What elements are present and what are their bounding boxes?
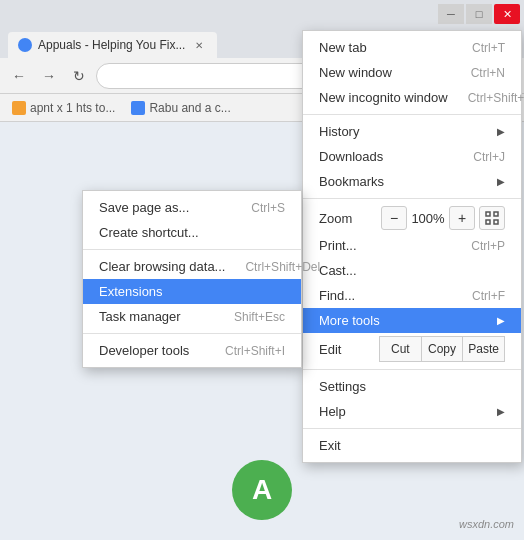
svg-rect-3 bbox=[494, 220, 498, 224]
svg-rect-1 bbox=[494, 212, 498, 216]
menu-item-clear-browsing-shortcut: Ctrl+Shift+Del bbox=[245, 260, 320, 274]
menu-item-new-incognito-label: New incognito window bbox=[319, 90, 448, 105]
bookmark-favicon-2 bbox=[131, 101, 145, 115]
menu-item-find-label: Find... bbox=[319, 288, 355, 303]
menu-item-more-tools-label: More tools bbox=[319, 313, 380, 328]
main-menu-sep-3 bbox=[303, 369, 521, 370]
menu-item-downloads-label: Downloads bbox=[319, 149, 383, 164]
minimize-button[interactable]: ─ bbox=[438, 4, 464, 24]
edit-label: Edit bbox=[319, 342, 379, 357]
svg-rect-2 bbox=[486, 220, 490, 224]
edit-row: Edit Cut Copy Paste bbox=[303, 333, 521, 365]
menu-item-new-tab[interactable]: New tab Ctrl+T bbox=[303, 35, 521, 60]
menu-item-help[interactable]: Help ▶ bbox=[303, 399, 521, 424]
fullscreen-icon bbox=[485, 211, 499, 225]
menu-item-history[interactable]: History ▶ bbox=[303, 119, 521, 144]
menu-item-clear-browsing-label: Clear browsing data... bbox=[99, 259, 225, 274]
menu-item-new-window-label: New window bbox=[319, 65, 392, 80]
menu-item-extensions[interactable]: Extensions bbox=[83, 279, 301, 304]
main-context-menu: New tab Ctrl+T New window Ctrl+N New inc… bbox=[302, 30, 522, 463]
sub-menu-separator-1 bbox=[83, 249, 301, 250]
more-tools-arrow-icon: ▶ bbox=[497, 315, 505, 326]
menu-item-cast-label: Cast... bbox=[319, 263, 357, 278]
forward-button[interactable]: → bbox=[36, 63, 62, 89]
menu-item-task-manager-label: Task manager bbox=[99, 309, 181, 324]
menu-item-new-window-shortcut: Ctrl+N bbox=[471, 66, 505, 80]
reload-button[interactable]: ↻ bbox=[66, 63, 92, 89]
menu-item-task-manager[interactable]: Task manager Shift+Esc bbox=[83, 304, 301, 329]
menu-item-print[interactable]: Print... Ctrl+P bbox=[303, 233, 521, 258]
title-bar: ─ □ ✕ bbox=[0, 0, 524, 28]
menu-item-new-window[interactable]: New window Ctrl+N bbox=[303, 60, 521, 85]
menu-item-new-tab-shortcut: Ctrl+T bbox=[472, 41, 505, 55]
watermark: wsxdn.com bbox=[459, 518, 514, 530]
bookmark-label-2: Rabu and a c... bbox=[149, 101, 230, 115]
maximize-button[interactable]: □ bbox=[466, 4, 492, 24]
menu-item-save-page-label: Save page as... bbox=[99, 200, 189, 215]
bookmark-item-2[interactable]: Rabu and a c... bbox=[127, 99, 234, 117]
menu-item-history-label: History bbox=[319, 124, 359, 139]
browser-window: ─ □ ✕ Appuals - Helping You Fix... ✕ ← →… bbox=[0, 0, 524, 540]
tab-favicon bbox=[18, 38, 32, 52]
bookmarks-arrow-icon: ▶ bbox=[497, 176, 505, 187]
menu-item-bookmarks-label: Bookmarks bbox=[319, 174, 384, 189]
zoom-label: Zoom bbox=[319, 211, 381, 226]
zoom-value: 100% bbox=[407, 211, 449, 226]
cut-button[interactable]: Cut bbox=[379, 336, 422, 362]
menu-item-help-label: Help bbox=[319, 404, 346, 419]
help-arrow-icon: ▶ bbox=[497, 406, 505, 417]
menu-item-cast[interactable]: Cast... bbox=[303, 258, 521, 283]
menu-item-dev-tools[interactable]: Developer tools Ctrl+Shift+I bbox=[83, 338, 301, 363]
main-menu-sep-2 bbox=[303, 198, 521, 199]
menu-item-settings-label: Settings bbox=[319, 379, 366, 394]
menu-item-downloads[interactable]: Downloads Ctrl+J bbox=[303, 144, 521, 169]
main-menu-sep-4 bbox=[303, 428, 521, 429]
sub-menu-separator-2 bbox=[83, 333, 301, 334]
menu-item-dev-tools-shortcut: Ctrl+Shift+I bbox=[225, 344, 285, 358]
menu-item-extensions-label: Extensions bbox=[99, 284, 163, 299]
bookmark-label-1: apnt x 1 hts to... bbox=[30, 101, 115, 115]
menu-item-task-manager-shortcut: Shift+Esc bbox=[234, 310, 285, 324]
menu-item-new-incognito-shortcut: Ctrl+Shift+N bbox=[468, 91, 524, 105]
menu-item-create-shortcut[interactable]: Create shortcut... bbox=[83, 220, 301, 245]
tab-close-button[interactable]: ✕ bbox=[191, 37, 207, 53]
logo-text: A bbox=[252, 474, 272, 506]
menu-item-save-page[interactable]: Save page as... Ctrl+S bbox=[83, 195, 301, 220]
menu-item-new-incognito[interactable]: New incognito window Ctrl+Shift+N bbox=[303, 85, 521, 110]
menu-item-find[interactable]: Find... Ctrl+F bbox=[303, 283, 521, 308]
copy-button[interactable]: Copy bbox=[422, 336, 464, 362]
close-button[interactable]: ✕ bbox=[494, 4, 520, 24]
bookmark-favicon-1 bbox=[12, 101, 26, 115]
zoom-fullscreen-button[interactable] bbox=[479, 206, 505, 230]
menu-item-find-shortcut: Ctrl+F bbox=[472, 289, 505, 303]
menu-item-create-shortcut-label: Create shortcut... bbox=[99, 225, 199, 240]
history-arrow-icon: ▶ bbox=[497, 126, 505, 137]
svg-rect-0 bbox=[486, 212, 490, 216]
zoom-plus-button[interactable]: + bbox=[449, 206, 475, 230]
menu-item-bookmarks[interactable]: Bookmarks ▶ bbox=[303, 169, 521, 194]
menu-item-clear-browsing[interactable]: Clear browsing data... Ctrl+Shift+Del bbox=[83, 254, 301, 279]
tab-label: Appuals - Helping You Fix... bbox=[38, 38, 185, 52]
menu-item-new-tab-label: New tab bbox=[319, 40, 367, 55]
menu-item-downloads-shortcut: Ctrl+J bbox=[473, 150, 505, 164]
zoom-minus-button[interactable]: − bbox=[381, 206, 407, 230]
back-button[interactable]: ← bbox=[6, 63, 32, 89]
menu-item-exit-label: Exit bbox=[319, 438, 341, 453]
bookmark-item-1[interactable]: apnt x 1 hts to... bbox=[8, 99, 119, 117]
zoom-row: Zoom − 100% + bbox=[303, 203, 521, 233]
menu-item-print-label: Print... bbox=[319, 238, 357, 253]
menu-item-more-tools[interactable]: More tools ▶ bbox=[303, 308, 521, 333]
menu-item-dev-tools-label: Developer tools bbox=[99, 343, 189, 358]
main-menu-sep-1 bbox=[303, 114, 521, 115]
menu-item-exit[interactable]: Exit bbox=[303, 433, 521, 458]
active-tab[interactable]: Appuals - Helping You Fix... ✕ bbox=[8, 32, 217, 58]
paste-button[interactable]: Paste bbox=[463, 336, 505, 362]
sub-context-menu: Save page as... Ctrl+S Create shortcut..… bbox=[82, 190, 302, 368]
menu-item-print-shortcut: Ctrl+P bbox=[471, 239, 505, 253]
menu-item-save-page-shortcut: Ctrl+S bbox=[251, 201, 285, 215]
site-logo: A bbox=[232, 460, 292, 520]
menu-item-settings[interactable]: Settings bbox=[303, 374, 521, 399]
